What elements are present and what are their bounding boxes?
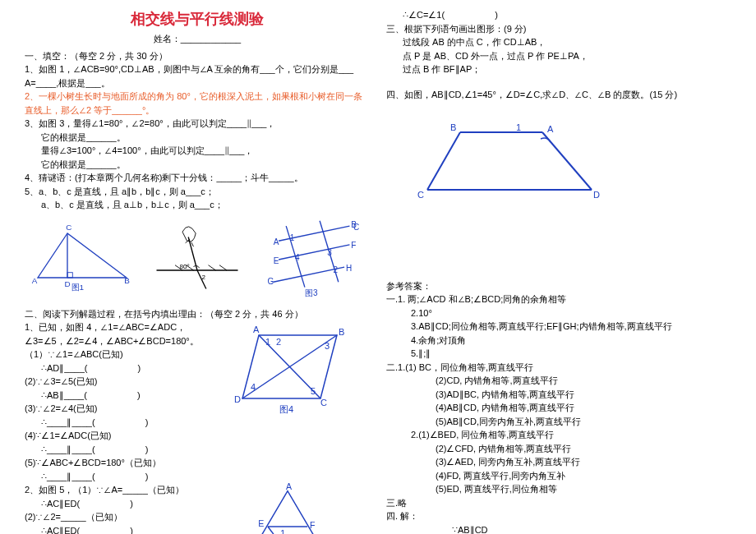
svg-line-11 bbox=[219, 265, 227, 269]
svg-text:G: G bbox=[267, 277, 274, 286]
p2-2-1: ∴AC∥ED( ) bbox=[25, 497, 222, 511]
svg-text:2: 2 bbox=[333, 265, 338, 274]
fig1-label: 图1 bbox=[71, 283, 85, 292]
svg-marker-0 bbox=[38, 233, 127, 278]
svg-rect-2 bbox=[67, 272, 72, 277]
a2-2h: 2.(1)∠BED, 同位角相等,两直线平行 bbox=[386, 428, 731, 442]
q3-2: 它的根据是______。 bbox=[25, 131, 370, 145]
figure-3-svg: A B E C F G H 1 4 3 2 图3 bbox=[255, 219, 370, 301]
svg-text:D: D bbox=[64, 279, 70, 288]
right-column: ∴∠C=∠1( ) 三、根据下列语句画出图形：(9 分) 过线段 AB 的中点 … bbox=[378, 8, 740, 526]
a2-4: (4)AB∥CD, 内错角相等,两直线平行 bbox=[386, 401, 731, 415]
svg-text:1: 1 bbox=[265, 337, 270, 347]
section1-head: 一、填空：（每空 2 分，共 30 分） bbox=[25, 49, 370, 63]
q5-1: 5、a、b、c 是直线，且 a∥b，b∥c，则 a___c； bbox=[25, 185, 370, 199]
a1-3: 3.AB∥CD;同位角相等,两直线平行;EF∥GH;内错角相等,两直线平行 bbox=[386, 320, 731, 334]
svg-text:A: A bbox=[547, 124, 554, 134]
svg-line-10 bbox=[209, 265, 216, 269]
p2-1-3: (2)∵∠3=∠5(已知) bbox=[25, 375, 222, 389]
svg-text:A: A bbox=[253, 325, 260, 334]
a2-3: (3)AD∥BC, 内错角相等,两直线平行 bbox=[386, 388, 731, 402]
figure-tree-svg: 80° 2 bbox=[140, 219, 255, 292]
left-column: 相交线与平行线测验 姓名：____________ 一、填空：（每空 2 分，共… bbox=[16, 8, 378, 526]
a1-2: 2.10° bbox=[386, 306, 731, 320]
p2-1-2: ∴AD∥____( ) bbox=[25, 361, 222, 375]
svg-text:3: 3 bbox=[325, 341, 330, 351]
name-line: 姓名：____________ bbox=[25, 32, 370, 46]
name-prefix: 姓名： bbox=[154, 34, 181, 44]
svg-line-19 bbox=[279, 244, 349, 259]
p2-1-1: （1）∵∠1=∠ABC(已知) bbox=[25, 348, 222, 361]
figure-5-svg: A B C D E F 1 2 3 图5 bbox=[222, 483, 353, 534]
svg-text:C: C bbox=[66, 222, 71, 231]
a1-5: 5.∥;∥ bbox=[386, 347, 731, 361]
p2-1: 1、已知，如图 4，∠1=∠ABC=∠ADC，∠3=∠5，∠2=∠4，∠ABC+… bbox=[25, 320, 222, 348]
svg-text:B: B bbox=[339, 327, 344, 337]
q3-1: 3、如图 3，量得∠1=80°，∠2=80°，由此可以判定____∥___， bbox=[25, 117, 370, 131]
p2-1-8: ∴____∥____( ) bbox=[25, 443, 222, 457]
figure-4-svg: A B C D 1 2 3 4 5 图4 bbox=[222, 320, 362, 419]
svg-text:1: 1 bbox=[516, 122, 521, 132]
fig4-label: 图4 bbox=[279, 404, 293, 414]
q1: 1、如图 1，∠ACB=90°,CD⊥AB，则图中与∠A 互余的角有___个，它… bbox=[25, 62, 370, 76]
p2-1-4: ∴AB∥____( ) bbox=[25, 389, 222, 403]
q1b: A=____,根据是___。 bbox=[25, 76, 370, 90]
svg-text:C: C bbox=[417, 190, 424, 200]
r1-text: ∴∠C=∠1( bbox=[403, 10, 445, 20]
svg-text:A: A bbox=[32, 276, 38, 285]
svg-line-12 bbox=[188, 237, 197, 270]
a4-1: ∵AB∥CD bbox=[386, 523, 731, 535]
fig3-label: 图3 bbox=[305, 288, 318, 297]
svg-text:F: F bbox=[351, 241, 356, 250]
problem2-2-row: 2、如图 5，（1）∵∠A=_____（已知） ∴AC∥ED( ) (2)∵∠2… bbox=[25, 483, 370, 534]
svg-text:2: 2 bbox=[201, 273, 205, 280]
svg-text:1: 1 bbox=[280, 528, 285, 534]
a4-h-text: 四. 解： bbox=[386, 511, 418, 521]
q3-4: 它的根据是______。 bbox=[25, 158, 370, 172]
svg-text:1: 1 bbox=[290, 233, 295, 242]
a2-2-5: (5)ED, 两直线平行,同位角相等 bbox=[386, 482, 731, 496]
p2-1-9: (5)∵∠ABC+∠BCD=180°（已知） bbox=[25, 456, 222, 470]
p2-1-5: (3)∵∠2=∠4(已知) bbox=[25, 402, 222, 416]
svg-text:B: B bbox=[124, 276, 130, 285]
a1-1: 一.1. 两;∠ACD 和∠B;∠BCD;同角的余角相等 bbox=[386, 292, 731, 306]
a3: 三.略 bbox=[386, 496, 731, 510]
p2-2: 2、如图 5，（1）∵∠A=_____（已知） bbox=[25, 483, 222, 497]
a2-2-2: (2)∠CFD, 内错角相等,两直线平行 bbox=[386, 442, 731, 456]
figure-1-svg: C A B D 图1 bbox=[25, 219, 140, 292]
svg-text:E: E bbox=[274, 255, 279, 265]
svg-text:C: C bbox=[320, 398, 327, 407]
svg-text:D: D bbox=[234, 394, 241, 404]
doc-title: 相交线与平行线测验 bbox=[25, 8, 370, 30]
a2-2: (2)CD, 内错角相等,两直线平行 bbox=[386, 374, 731, 388]
s3-2: 点 P 是 AB、CD 外一点，过点 P 作 PE⊥PA， bbox=[386, 49, 731, 63]
svg-text:A: A bbox=[286, 483, 293, 491]
section2-head: 二、阅读下列解题过程，在括号内填出理由：（每空 2 分，共 46 分） bbox=[25, 307, 370, 321]
svg-text:2: 2 bbox=[276, 337, 281, 347]
r1: ∴∠C=∠1( ) bbox=[386, 8, 731, 22]
svg-text:F: F bbox=[310, 520, 316, 530]
problem2-1-row: 1、已知，如图 4，∠1=∠ABC=∠ADC，∠3=∠5，∠2=∠4，∠ABC+… bbox=[25, 320, 370, 483]
q2: 2、一棵小树生长时与地面所成的角为 80°，它的根深入泥土，如果根和小树在同一条… bbox=[25, 90, 370, 117]
svg-text:C: C bbox=[353, 222, 359, 231]
svg-text:B: B bbox=[450, 122, 456, 132]
p2-1-6: ∴____∥____( ) bbox=[25, 416, 222, 430]
svg-line-60 bbox=[427, 132, 460, 190]
svg-line-48 bbox=[268, 527, 292, 534]
a4-h: 四. 解： bbox=[386, 509, 731, 523]
svg-text:80°: 80° bbox=[179, 263, 189, 270]
svg-text:D: D bbox=[593, 190, 600, 200]
sec4-head: 四、如图，AB∥CD,∠1=45°，∠D=∠C,求∠D、∠C、∠B 的度数。(1… bbox=[386, 88, 731, 102]
p2-1-7: (4)∵∠1=∠ADC(已知) bbox=[25, 429, 222, 443]
svg-text:H: H bbox=[346, 263, 352, 272]
svg-text:4: 4 bbox=[295, 252, 300, 261]
q3-3: 量得∠3=100°，∠4=100°，由此可以判定____∥___， bbox=[25, 144, 370, 158]
p2-2-3: ∴AC∥ED( ) bbox=[25, 524, 222, 535]
sec3-head: 三、根据下列语句画出图形：(9 分) bbox=[386, 22, 731, 36]
answers-head: 参考答案： bbox=[386, 279, 731, 293]
s3-3: 过点 B 作 BF∥AP； bbox=[386, 62, 731, 76]
diagram-row: C A B D 图1 80° 2 A B bbox=[25, 219, 370, 301]
a2-5: (5)AB∥CD,同旁内角互补,两直线平行 bbox=[386, 415, 731, 429]
q5-2: a、b、c 是直线，且 a⊥b，b⊥c，则 a___c； bbox=[25, 198, 370, 212]
svg-text:E: E bbox=[258, 518, 264, 528]
